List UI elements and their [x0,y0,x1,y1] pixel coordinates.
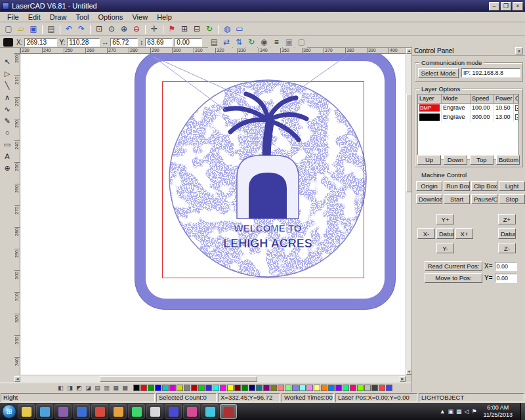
palette-swatch[interactable] [292,385,299,391]
layer-output-checkbox[interactable]: ✓ [515,114,518,120]
align-bottom-icon[interactable]: ◪ [84,384,93,392]
scroll-left-icon[interactable]: ◀ [14,376,20,382]
height-field[interactable]: 63.69 [145,38,173,47]
layer-color-swatch[interactable]: BMP [419,104,440,112]
distribute-h-icon[interactable]: ▤ [93,384,102,392]
palette-swatch[interactable] [343,385,349,391]
jog-datum-z-button[interactable]: Datum [498,228,516,239]
taskbar-clock[interactable]: 6:00 AM 11/25/2013 [480,404,516,419]
layer-column-header[interactable]: Out... [514,94,518,104]
lock-icon[interactable]: ◉ [258,37,270,48]
palette-swatch[interactable] [357,385,364,391]
layer-down-button[interactable]: Down [444,155,467,165]
angle-field[interactable]: 0.00 [175,38,202,47]
vertical-scrollbar[interactable]: ▲ ▼ [406,48,411,375]
palette-swatch[interactable] [386,385,392,391]
taskbar-app-blue[interactable] [165,404,182,419]
undo-icon[interactable]: ↶ [63,24,75,35]
zoom-out-icon[interactable]: ⊖ [131,24,142,35]
horizontal-scroll-thumb[interactable] [100,376,257,382]
palette-swatch[interactable] [205,385,212,391]
tray-app-icon[interactable]: ▣ [448,408,454,415]
selection-rectangle[interactable] [162,81,364,278]
taskbar-app-gray[interactable] [146,404,163,419]
palette-swatch[interactable] [220,385,226,391]
network-icon[interactable]: ◍ [221,24,233,35]
palette-swatch[interactable] [299,385,306,391]
mirror-v-icon[interactable]: ⇅ [233,37,245,48]
layer-output-checkbox[interactable]: ✓ [515,105,518,111]
layer-column-header[interactable]: Mode [442,94,471,104]
taskbar-app-orange[interactable] [110,404,127,419]
open-folder-icon[interactable]: ▱ [15,24,27,35]
palette-swatch[interactable] [328,385,335,391]
grid-icon[interactable]: ⊞ [178,24,190,35]
menu-draw[interactable]: Draw [45,12,72,22]
palette-swatch[interactable] [335,385,342,391]
jog-z-plus-button[interactable]: Z+ [498,214,516,224]
pen-tool[interactable]: ✎ [1,116,13,127]
taskbar-app-green[interactable] [128,404,145,419]
ip-address-field[interactable]: IP: 192.168.8.8 [461,68,520,77]
simulate-flag-icon[interactable]: ⚑ [166,24,178,35]
scroll-right-icon[interactable]: ▶ [400,376,406,382]
show-desktop-button[interactable] [520,403,525,420]
read-current-pos-button[interactable]: Read Current Pos: [425,261,482,271]
palette-swatch[interactable] [306,385,313,391]
taskbar-app-folder[interactable] [18,404,35,419]
tray-expand-icon[interactable]: ▲ [440,408,446,415]
layer-top-button[interactable]: Top [470,155,494,165]
palette-swatch[interactable] [270,385,277,391]
select-mode-button[interactable]: Select Mode [418,68,459,78]
new-file-icon[interactable]: ▢ [3,24,14,35]
palette-swatch[interactable] [379,385,385,391]
palette-swatch[interactable] [133,385,140,391]
layer-mode-cell[interactable]: Engrave [442,113,471,122]
layer-row[interactable]: BMPEngrave100.0010.50✓ [418,104,518,113]
center-icon[interactable]: ▩ [121,384,129,392]
rect-tool[interactable]: ▭ [1,139,13,150]
taskbar-app-cyan[interactable] [201,404,219,419]
menu-tool[interactable]: Tool [71,12,93,22]
zoom-in-icon[interactable]: ⊕ [118,24,130,35]
jog-x-plus-button[interactable]: X+ [455,228,473,239]
origin-button[interactable]: Origin [416,181,442,191]
read-x-field[interactable]: 0.00 [495,262,517,271]
node-edit-tool[interactable]: ▷ [1,68,13,79]
menu-edit[interactable]: Edit [24,12,45,22]
align-top-icon[interactable]: ◩ [75,384,83,392]
layer-column-header[interactable]: Power [494,94,514,104]
measure-tool[interactable]: ⊕ [1,163,13,174]
monitor-icon[interactable]: ▭ [234,24,245,35]
width-field[interactable]: 65.72 [110,38,138,47]
curve-tool[interactable]: ∿ [1,104,13,115]
palette-swatch[interactable] [213,385,219,391]
zoom-window-icon[interactable]: ⊡ [93,24,105,35]
palette-swatch[interactable] [242,385,248,391]
tray-network-icon[interactable]: ▦ [456,408,462,415]
drawing-canvas[interactable]: WELCOME TO LEHIGH ACRES [20,54,406,375]
layer-mode-cell[interactable]: Engrave [442,104,471,113]
pan-icon[interactable]: ✛ [148,24,160,35]
palette-swatch[interactable] [321,385,327,391]
circle-tool[interactable]: ○ [1,127,13,138]
layer-speed-cell[interactable]: 300.00 [471,113,494,122]
menu-file[interactable]: File [3,12,24,22]
stop-button[interactable]: Stop [499,194,525,204]
layer-bottom-button[interactable]: Bottom [496,155,520,165]
output-print-icon[interactable]: ▤ [208,37,220,48]
path-preview-icon[interactable]: ⊟ [191,24,203,35]
layer-column-header[interactable]: Layer [418,94,442,104]
start-button[interactable]: Start [444,194,470,204]
layer-up-button[interactable]: Up [417,155,441,165]
move-to-pos-button[interactable]: Move to Pos: [425,273,482,283]
palette-swatch[interactable] [314,385,320,391]
minimize-button[interactable]: – [489,2,499,10]
pause-continue-button[interactable]: Pause/Continue [471,194,497,204]
polyline-tool[interactable]: ∧ [1,92,13,103]
palette-swatch[interactable] [169,385,176,391]
palette-swatch[interactable] [140,385,147,391]
refresh-icon[interactable]: ↻ [203,24,215,35]
print-icon[interactable]: ▤ [45,24,57,35]
clip-box-button[interactable]: Clip Box [471,181,497,191]
